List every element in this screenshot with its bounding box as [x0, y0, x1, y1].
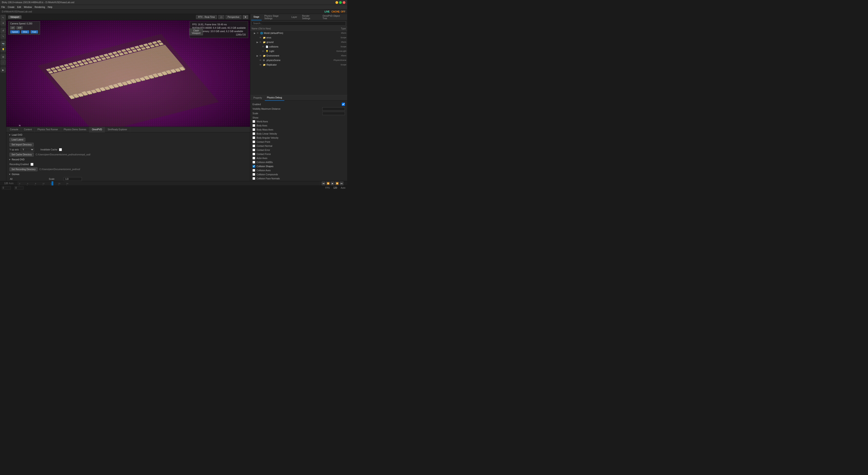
- perspective-btn[interactable]: Perspective: [225, 15, 241, 19]
- replicator-eye[interactable]: 👁: [259, 64, 263, 66]
- collisions-eye[interactable]: 👁: [262, 46, 266, 48]
- phys-scale-input[interactable]: 1.0: [322, 112, 345, 115]
- light-tool[interactable]: 💡: [1, 47, 6, 52]
- stage-search-input[interactable]: [252, 21, 346, 26]
- cb-contact-error[interactable]: [252, 149, 255, 151]
- cb-body-axes[interactable]: [252, 124, 255, 127]
- cb-collision-aabbs[interactable]: [252, 161, 255, 164]
- move-tool[interactable]: ✛: [1, 21, 6, 26]
- cb-contact-force[interactable]: [252, 153, 255, 155]
- cb-contact-point[interactable]: [252, 141, 255, 143]
- maximize-button[interactable]: [339, 1, 342, 4]
- invalidate-cache-checkbox[interactable]: [59, 148, 62, 151]
- camera-tool[interactable]: 📷: [1, 41, 6, 46]
- perspective-dropdown[interactable]: ▼: [243, 15, 248, 19]
- world-eye[interactable]: 👁: [256, 32, 260, 34]
- cb-collision-axes[interactable]: [252, 169, 255, 172]
- close-button[interactable]: [343, 1, 345, 4]
- cb-world-axes[interactable]: [252, 120, 255, 123]
- toolbar-sep-1: [1, 27, 5, 27]
- tab-layer[interactable]: Layer: [289, 14, 299, 20]
- cb-contact-normal[interactable]: [252, 145, 255, 147]
- tree-item-physicsscene[interactable]: 👁 ⚙ physicsScene PhysicsScene: [250, 58, 347, 62]
- menu-create[interactable]: Create: [8, 6, 14, 8]
- fast-button[interactable]: Fast: [31, 30, 38, 33]
- window-controls[interactable]: [336, 1, 345, 4]
- cb-collision-compounds[interactable]: [252, 173, 255, 176]
- record-ovd-header[interactable]: ▼ Record OVD: [8, 158, 248, 161]
- camera-settings[interactable]: 🎥: [218, 15, 224, 19]
- tree-item-ground[interactable]: ▶ 👁 📁 ground Xform: [250, 40, 347, 44]
- menu-file[interactable]: File: [1, 6, 5, 8]
- tab-physics-stage-settings[interactable]: Physics Stage Settings: [262, 14, 289, 20]
- tab-console[interactable]: Console: [7, 127, 21, 132]
- tab-physics-demo[interactable]: Physics Demo Scenes: [61, 127, 89, 132]
- light-eye[interactable]: 👁: [262, 50, 266, 53]
- prev-frame-button[interactable]: ⏪: [326, 182, 330, 185]
- viewport-tab[interactable]: Viewport: [8, 16, 22, 19]
- visibility-max-input[interactable]: 1000.0: [322, 107, 345, 111]
- tree-item-light[interactable]: 👁 💡 Light DomeLight: [250, 49, 347, 53]
- y-up-axis-select[interactable]: Y Z: [21, 148, 34, 152]
- load-ovd-header[interactable]: ▼ Load OVD: [8, 134, 248, 136]
- clash-viewport-button[interactable]: Clash Viewport: [189, 29, 203, 35]
- cb-collision-shapes[interactable]: [252, 165, 255, 168]
- next-frame-button[interactable]: ⏩: [335, 182, 339, 185]
- tab-stage[interactable]: Stage: [251, 14, 261, 20]
- tree-item-replicator[interactable]: 👁 📁 Replicator Scope: [250, 62, 347, 67]
- cb-actor-axes[interactable]: [252, 157, 255, 159]
- skip-end-button[interactable]: ⏭: [340, 182, 343, 185]
- load-latest-button[interactable]: Load Latest: [9, 138, 25, 142]
- phys-tab-debug[interactable]: Physics Debug: [265, 95, 284, 101]
- select-tool[interactable]: ↖: [1, 15, 6, 20]
- tree-item-collisions[interactable]: 👁 📄 collisions Scope: [250, 44, 347, 49]
- tab-simready[interactable]: SimReady Explorer: [105, 127, 130, 132]
- cb-body-linear-vel[interactable]: [252, 132, 255, 135]
- minimize-button[interactable]: [336, 1, 338, 4]
- set-cache-dir-button[interactable]: Set Cache Directory: [9, 153, 34, 156]
- cb-body-angular-vel[interactable]: [252, 137, 255, 139]
- snap-tool[interactable]: ⊞: [1, 54, 6, 59]
- load-latest-row: Load Latest: [8, 137, 248, 142]
- timeline-ruler[interactable]: 0 4 8 12 16 20 24: [18, 181, 320, 185]
- menu-help[interactable]: Help: [48, 6, 53, 8]
- frame-end-input[interactable]: [14, 186, 24, 189]
- tab-omnipvd-tree[interactable]: OmniPVD Object Tree: [320, 14, 346, 20]
- skip-start-button[interactable]: ⏮: [322, 182, 325, 185]
- set-recording-dir-button[interactable]: Set Recording Directory: [9, 168, 37, 171]
- envs-eye[interactable]: 👁: [259, 36, 263, 39]
- speed-button[interactable]: Speed: [10, 30, 20, 33]
- play-button[interactable]: ▶: [331, 182, 334, 185]
- phys-tab-property[interactable]: Property: [251, 95, 264, 101]
- recording-enabled-checkbox[interactable]: [31, 163, 33, 166]
- envs-arrow: [256, 36, 259, 39]
- gizmos-header[interactable]: ▼ Gizmos: [8, 173, 248, 176]
- tab-content[interactable]: Content: [21, 127, 35, 132]
- tree-item-environment[interactable]: ▶ 👁 📁 Environment Xform: [250, 53, 347, 58]
- tab-render-settings[interactable]: Render Settings: [300, 14, 320, 20]
- cb-body-mass-axes[interactable]: [252, 128, 255, 131]
- frame-start-input[interactable]: [2, 186, 11, 189]
- grid-tool[interactable]: ⋮: [1, 60, 6, 65]
- physics-eye[interactable]: 👁: [259, 59, 263, 61]
- slow-button[interactable]: Slow: [21, 30, 29, 33]
- title-bar: Bloky 106.0+release.150138.44884cd9.tc -…: [0, 0, 347, 5]
- enabled-checkbox[interactable]: [342, 103, 345, 106]
- gizmo-scale-input[interactable]: [64, 177, 82, 181]
- tab-omnipvd[interactable]: OmniPVD: [89, 127, 105, 132]
- tab-physics-test[interactable]: Physics Test Runner: [35, 127, 61, 132]
- menu-edit[interactable]: Edit: [17, 6, 21, 8]
- play-tool[interactable]: ▶: [1, 67, 6, 72]
- cb-collision-face-normals[interactable]: [252, 177, 255, 180]
- rotate-tool[interactable]: ↺: [1, 28, 6, 33]
- set-import-dir-button[interactable]: Set Import Directory: [9, 143, 34, 147]
- scale-tool[interactable]: ⤡: [1, 34, 6, 39]
- ground-eye[interactable]: 👁: [259, 41, 263, 43]
- menu-window[interactable]: Window: [24, 6, 32, 8]
- tree-item-envs[interactable]: 👁 📁 envs Scope: [250, 35, 347, 40]
- world-arrow: ▶: [254, 32, 256, 34]
- env-eye[interactable]: 👁: [259, 55, 263, 57]
- render-mode-selector[interactable]: RTX - Real-Time: [196, 15, 217, 19]
- menu-rendering[interactable]: Rendering: [35, 6, 45, 8]
- tree-item-world[interactable]: ▶ 👁 🌐 World (defaultPrim) Xform: [250, 31, 347, 35]
